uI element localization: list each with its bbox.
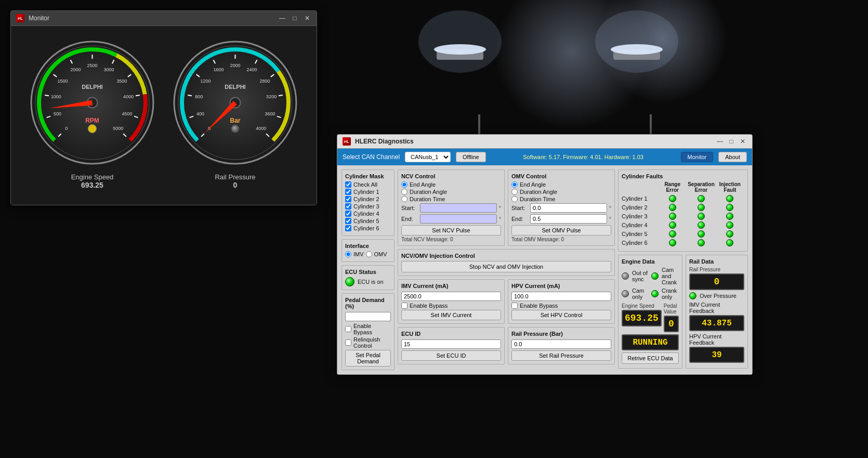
cyl6-checkbox[interactable] (345, 225, 351, 231)
light-glow-2 (598, 0, 728, 104)
omv-start-input[interactable] (530, 203, 607, 213)
fault-cyl4-row: Cylinder 4 (622, 221, 744, 229)
fault-cyl1-label: Cylinder 1 (622, 195, 658, 202)
hpv-current-input[interactable] (511, 292, 611, 301)
monitor-close-btn[interactable]: ✕ (303, 14, 311, 22)
interface-title: Interface (345, 243, 391, 249)
cylinder-mask-section: Cylinder Mask Check All Cylinder 1 Cylin… (341, 169, 394, 236)
retrive-ecu-btn[interactable]: Retrive ECU Data (622, 352, 679, 364)
diag-controls: — □ ✕ (716, 137, 747, 146)
separation-error-header: Separation Error (687, 181, 715, 193)
rail-pressure-bar-title: Rail Pressure (Bar) (511, 331, 611, 337)
pedal-enable-bypass-checkbox[interactable] (345, 326, 351, 332)
omv-duration-time-radio[interactable] (511, 196, 518, 202)
imv-radio[interactable] (345, 251, 351, 257)
cyl4-label: Cylinder 4 (353, 211, 379, 217)
monitor-button[interactable]: Monitor (681, 152, 714, 162)
omv-start-unit: ° (609, 205, 611, 211)
cyl3-row: Cylinder 3 (345, 203, 391, 210)
set-ncv-pulse-btn[interactable]: Set NCV Pulse (401, 225, 501, 235)
engine-speed-label: Engine Speed (622, 303, 662, 309)
diag-maximize-btn[interactable]: □ (727, 137, 735, 146)
cyl3-checkbox[interactable] (345, 203, 351, 210)
cyl5-checkbox[interactable] (345, 218, 351, 224)
pedal-demand-input[interactable]: 0.0 (345, 312, 391, 321)
ncv-end-input[interactable] (420, 214, 497, 224)
set-imv-current-btn[interactable]: Set IMV Current (401, 310, 501, 320)
fault-cyl6-sep (687, 239, 715, 246)
crank-only-item: Crank only (651, 287, 679, 300)
set-rail-pressure-btn[interactable]: Set Rail Pressure (511, 350, 611, 361)
out-of-sync-item: Out of sync (622, 267, 649, 285)
cam-crank-led (651, 272, 659, 280)
monitor-titlebar: HL Monitor — □ ✕ (11, 11, 317, 26)
about-button[interactable]: About (718, 152, 747, 162)
ncv-end-angle-label: End Angle (410, 181, 436, 188)
omv-radio[interactable] (366, 251, 372, 257)
ncv-end-label: End: (401, 216, 418, 222)
can-channel-select[interactable]: CANusb_1 (405, 152, 451, 162)
gauges-row: Engine Speed 693.25 Rail Pressure 0 (26, 36, 301, 189)
set-pedal-demand-btn[interactable]: Set Pedal Demand (345, 350, 391, 367)
ecu-id-input[interactable] (401, 339, 501, 349)
ncv-end-angle-radio[interactable] (401, 181, 407, 188)
diag-minimize-btn[interactable]: — (716, 137, 724, 146)
cam-crank-label: Cam and Crank (662, 267, 679, 285)
hpv-section: HPV Current (mA) Enable Bypass Set HPV C… (508, 279, 615, 324)
fault-cyl4-sep (687, 221, 715, 229)
rail-pressure-bar-input[interactable] (511, 339, 611, 349)
cyl1-range-led (669, 195, 676, 202)
cyl4-checkbox[interactable] (345, 211, 351, 217)
check-all-checkbox[interactable] (345, 181, 351, 188)
ecu-id-section: ECU ID Set ECU ID (398, 327, 505, 364)
imv-enable-bypass-checkbox[interactable] (401, 303, 407, 309)
imv-feedback-value: 43.875 (702, 319, 732, 328)
cyl4-range-led (669, 221, 676, 229)
hpv-enable-bypass-row: Enable Bypass (511, 303, 611, 309)
omv-duration-angle-radio[interactable] (511, 189, 518, 195)
check-all-label: Check All (353, 181, 377, 188)
imv-feedback-label: IMV Current Feedback (689, 302, 744, 314)
cyl5-range-led (669, 230, 676, 238)
diag-toolbar: Select CAN Channel CANusb_1 Offline Soft… (337, 149, 752, 165)
cyl3-sep-led (698, 213, 705, 220)
col-right: Cylinder Faults Range Error Separation E… (618, 169, 748, 370)
rail-pressure-bar-section: Rail Pressure (Bar) Set Rail Pressure (508, 327, 615, 364)
imv-feedback-display: 43.875 (689, 315, 744, 331)
out-of-sync-label: Out of sync (632, 270, 649, 282)
omv-end-angle-radio[interactable] (511, 181, 518, 188)
omv-end-input[interactable] (530, 214, 607, 224)
rail-pressure-value: 0 (714, 277, 720, 287)
relinquish-checkbox[interactable] (345, 339, 351, 346)
ncv-start-input[interactable] (420, 203, 497, 213)
cam-only-led (622, 290, 629, 297)
cyl2-checkbox[interactable] (345, 196, 351, 202)
fault-cyl1-row: Cylinder 1 (622, 195, 744, 202)
imv-current-input[interactable] (401, 292, 501, 301)
cyl2-sep-led (698, 204, 705, 211)
engine-data-title: Engine Data (622, 258, 679, 265)
set-omv-pulse-btn[interactable]: Set OMV Pulse (511, 225, 611, 235)
diag-close-btn[interactable]: ✕ (739, 137, 747, 146)
ecu-status-led (345, 277, 354, 286)
fault-cyl5-label: Cylinder 5 (622, 231, 658, 237)
set-hpv-control-btn[interactable]: Set HPV Control (511, 310, 611, 320)
ncv-duration-angle-radio[interactable] (401, 189, 407, 195)
cyl6-sep-led (698, 239, 705, 246)
ecu-rail-row: ECU ID Set ECU ID Rail Pressure (Bar) Se… (398, 327, 615, 364)
ncv-duration-time-radio[interactable] (401, 196, 407, 202)
omv-duration-angle-label: Duration Angle (520, 189, 557, 195)
set-ecu-id-btn[interactable]: Set ECU ID (401, 350, 501, 361)
monitor-minimize-btn[interactable]: — (278, 14, 286, 22)
monitor-maximize-btn[interactable]: □ (291, 14, 299, 22)
light-glow-1 (494, 0, 650, 130)
cyl1-checkbox[interactable] (345, 189, 351, 195)
omv-duration-time-row: Duration Time (511, 196, 611, 202)
cylinder-faults-title: Cylinder Faults (622, 173, 744, 179)
engine-speed-display: 693.25 (622, 310, 662, 326)
bar-gauge-container: Rail Pressure 0 (169, 36, 301, 189)
offline-button[interactable]: Offline (456, 152, 486, 162)
fault-cyl2-inj (716, 204, 744, 211)
stop-injection-btn[interactable]: Stop NCV and OMV Injection (401, 261, 611, 272)
hpv-enable-bypass-checkbox[interactable] (511, 303, 518, 309)
